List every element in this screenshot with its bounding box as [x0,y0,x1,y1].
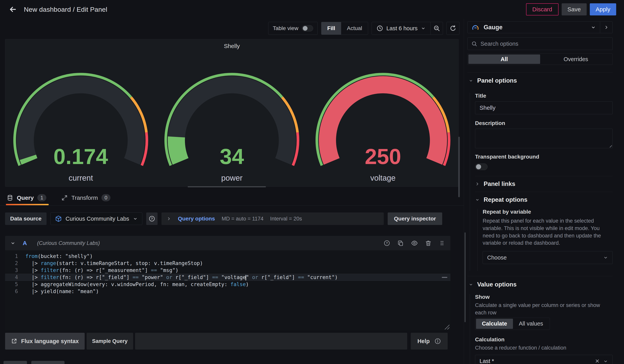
gauge-viz-icon: 79 [471,24,479,31]
sample-query-button[interactable]: Sample Query [87,333,133,350]
code-lines: 1from(bucket: "shelly")2 |> range(start:… [5,253,450,295]
clear-icon[interactable]: ✕ [595,358,599,364]
toggle-knob [476,164,481,169]
options-search-input[interactable] [481,41,609,47]
back-button[interactable] [8,4,18,14]
trash-icon [425,240,432,247]
apply-button[interactable]: Apply [590,3,616,15]
code-line[interactable]: 6 |> yield(name: "mean") [5,288,450,295]
code-line[interactable]: 4 |> filter(fn: (r) => r["_field"] == "p… [5,274,450,281]
code-line[interactable]: 5 |> aggregateWindow(every: v.windowPeri… [5,281,450,288]
query-help-button[interactable]: ? [384,240,390,247]
main-scrollbar[interactable] [458,137,460,197]
zoom-out-button[interactable] [431,22,443,35]
query-options-link[interactable]: Query options [178,216,215,222]
drag-handle[interactable] [439,240,445,247]
chevron-down-icon[interactable] [10,240,16,246]
viz-suggestions-button[interactable] [600,22,612,33]
header-actions: Discard Save Apply [526,3,616,15]
transparent-bg-toggle[interactable] [475,163,488,170]
panel-options-title: Panel options [477,77,517,84]
grafana-edit-panel: New dashboard / Edit Panel Discard Save … [0,0,624,364]
code-editor[interactable]: 1from(bucket: "shelly")2 |> range(start:… [5,250,450,330]
max-data-points: MD = auto = 1174 [222,216,263,222]
cutoff-button-stub[interactable] [31,361,65,364]
code-line[interactable]: 1from(bucket: "shelly") [5,253,450,260]
flux-syntax-button[interactable]: Flux language syntax [5,333,85,350]
query-actions: ? [384,240,445,247]
tab-query[interactable]: Query 1 [6,193,49,205]
line-number: 6 [5,288,26,295]
repeat-options-header[interactable]: Repeat options [475,192,613,207]
gauge-row: 0.174current34power250voltage [5,50,458,182]
tabs-divider [0,205,464,206]
chevron-down-icon [591,25,596,30]
options-filter-tabs: All Overrides [468,53,613,65]
overview-ruler-mark [442,277,447,278]
repeat-variable-select[interactable]: Choose [483,251,613,264]
line-number: 1 [5,253,26,260]
top-header: New dashboard / Edit Panel Discard Save … [0,0,624,19]
tab-transform-label: Transform [71,195,98,201]
title-label: Title [475,93,613,99]
calculate-option[interactable]: Calculate [476,319,513,329]
datasource-picker[interactable]: Curious Community Labs [51,212,142,225]
discard-button[interactable]: Discard [526,3,559,15]
tab-all[interactable]: All [468,54,540,64]
options-search [468,38,613,50]
description-label: Description [475,120,613,126]
refresh-button[interactable] [446,22,459,35]
repeat-options-body: Repeat by variable Repeat this panel for… [477,209,613,271]
code-line[interactable]: 2 |> range(start: v.timeRangeStart, stop… [5,260,450,267]
chevron-right-icon [604,25,609,30]
time-range-picker[interactable]: Last 6 hours [372,22,430,35]
time-range-control: Last 6 hours [372,22,443,35]
fill-option[interactable]: Fill [321,22,341,35]
query-ref[interactable]: A [23,240,27,247]
calculation-select[interactable]: Last * ✕ [475,355,613,364]
gauge-title: current [69,174,93,182]
save-button[interactable]: Save [562,3,587,15]
query-datasource-hint: (Curious Community Labs) [37,240,100,246]
query-inspector-button[interactable]: Query inspector [388,212,442,225]
zoom-out-icon [433,25,440,32]
code-line[interactable]: 3 |> filter(fn: (r) => r["_measurement"]… [5,267,450,274]
toggle-visibility-button[interactable] [411,240,418,247]
gauge-title: power [221,174,243,182]
panel-links-title: Panel links [484,181,515,187]
table-view-toggle[interactable] [302,25,313,31]
panel-description-input[interactable] [475,129,613,148]
info-circle-icon [434,338,441,344]
panel-options-header[interactable]: Panel options [468,72,613,88]
repeat-variable-value: Choose [487,254,599,261]
datasource-help-button[interactable]: ? [146,212,157,225]
value-options-header[interactable]: Value options [468,276,613,292]
tab-transform[interactable]: Transform 0 [60,193,113,205]
panel-options-body: Title Description Transparent background… [470,93,613,271]
panel-links-header[interactable]: Panel links [475,176,613,192]
visualization-select[interactable]: 79 Gauge [468,22,600,33]
panel-title-input[interactable] [475,101,613,114]
all-values-option[interactable]: All values [513,319,549,329]
grip-dots-icon [439,240,445,247]
actual-option[interactable]: Actual [341,22,368,35]
editor-resize-handle[interactable] [444,324,449,329]
calculation-label: Calculation [475,337,613,343]
sidebar-scrollbar[interactable] [465,232,466,322]
gauge-title: voltage [370,174,395,182]
cutoff-button-stub[interactable] [3,361,27,364]
delete-query-button[interactable] [425,240,432,247]
duplicate-query-button[interactable] [397,240,404,247]
gauge-value: 0.174 [53,144,108,169]
help-button[interactable]: Help [411,333,448,350]
edit-area: Table view Fill Actual Last 6 hours [0,19,464,364]
repeat-options-title: Repeat options [484,196,527,203]
tab-overrides[interactable]: Overrides [540,54,612,64]
value-options-body: Show Calculate a single value per column… [470,294,613,364]
pane-resize-handle[interactable] [188,186,266,187]
editor-tabs: Query 1 Transform 0 [6,193,113,205]
external-link-icon [11,338,17,344]
sidebar-content: 79 Gauge All Overrides [468,19,613,364]
value-options-title: Value options [477,281,517,288]
textarea-resize-handle[interactable] [608,143,612,147]
